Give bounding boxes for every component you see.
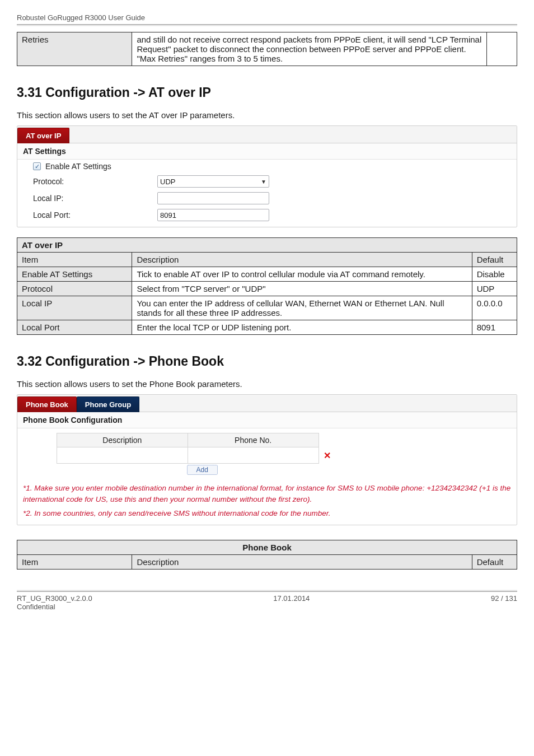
at-over-ip-table: AT over IP Item Description Default Enab… — [17, 237, 517, 335]
col-default: Default — [472, 554, 517, 569]
cell-default: 8091 — [472, 320, 517, 335]
tab-at-over-ip[interactable]: AT over IP — [17, 128, 69, 143]
footer-page: 92 / 131 — [491, 594, 517, 611]
note-1: *1. Make sure you enter mobile destinati… — [23, 483, 511, 505]
local-ip-input[interactable] — [157, 192, 269, 204]
cell-desc: Enter the local TCP or UDP listening por… — [132, 320, 472, 335]
form-row-protocol: Protocol: UDP ▼ — [17, 173, 517, 190]
retries-continuation-table: Retries and still do not receive correct… — [17, 32, 517, 66]
at-over-ip-intro: This section allows users to set the AT … — [17, 110, 517, 120]
close-icon: ✕ — [324, 451, 331, 460]
cell-default: Disable — [472, 267, 517, 282]
notes: *1. Make sure you enter mobile destinati… — [17, 479, 517, 525]
section-heading-phone-book: 3.32 Configuration -> Phone Book — [17, 354, 517, 369]
table-row: Protocol Select from "TCP server" or "UD… — [17, 282, 517, 296]
col-desc: Description — [132, 253, 472, 267]
col-default: Default — [472, 253, 517, 267]
chevron-down-icon: ▼ — [261, 179, 266, 185]
cell-desc: Tick to enable AT over IP to control cel… — [132, 267, 472, 282]
tab-label: AT over IP — [26, 132, 61, 140]
footer-rule — [17, 590, 517, 592]
col-item: Item — [17, 253, 132, 267]
table-title-row: AT over IP — [17, 238, 517, 253]
col-desc: Description — [132, 554, 472, 569]
local-port-input[interactable]: 8091 — [157, 209, 269, 221]
doc-header: Robustel GoRugged R3000 User Guide — [17, 13, 517, 24]
group-heading: Phone Book Configuration — [17, 412, 517, 428]
cell-desc: Select from "TCP server" or "UDP" — [132, 282, 472, 296]
phone-book-panel: Phone Book Phone Group Phone Book Config… — [17, 394, 517, 525]
cell-default: UDP — [472, 282, 517, 296]
header-rule — [17, 24, 517, 26]
table-header-row: Item Description Default — [17, 253, 517, 267]
tab-phone-group[interactable]: Phone Group — [77, 396, 139, 412]
cell-item: Local IP — [17, 296, 132, 320]
table-header-row: Item Description Default — [17, 554, 517, 569]
retries-desc-cell: and still do not receive correct respond… — [132, 32, 487, 66]
form-row-local-ip: Local IP: — [17, 190, 517, 207]
tab-strip: AT over IP — [17, 126, 517, 143]
form-row-enable: ✓ Enable AT Settings — [17, 160, 517, 173]
at-over-ip-panel: AT over IP AT Settings ✓ Enable AT Setti… — [17, 125, 517, 227]
cell-default: 0.0.0.0 — [472, 296, 517, 320]
panel-body: Phone Book Configuration Description Pho… — [17, 412, 517, 525]
protocol-select[interactable]: UDP ▼ — [157, 175, 269, 188]
table-row: Local Port Enter the local TCP or UDP li… — [17, 320, 517, 335]
col-item: Item — [17, 554, 132, 569]
protocol-label: Protocol: — [33, 177, 151, 186]
description-input-cell[interactable] — [57, 447, 188, 464]
table-row: Local IP You can enter the IP address of… — [17, 296, 517, 320]
footer-date: 17.01.2014 — [273, 594, 310, 611]
col-description: Description — [57, 433, 188, 447]
table-title-row: Phone Book — [17, 540, 517, 554]
cell-item: Protocol — [17, 282, 132, 296]
form-row-local-port: Local Port: 8091 — [17, 207, 517, 227]
cell-item: Enable AT Settings — [17, 267, 132, 282]
check-icon: ✓ — [33, 162, 41, 170]
tab-label: Phone Group — [85, 400, 131, 409]
enable-at-settings-checkbox[interactable]: ✓ Enable AT Settings — [33, 162, 111, 171]
add-row: Add — [57, 464, 348, 478]
footer-left: RT_UG_R3000_v.2.0.0 Confidential — [17, 594, 92, 611]
add-button-label: Add — [196, 466, 208, 474]
delete-row-button[interactable]: ✕ — [324, 451, 331, 460]
input-value: 8091 — [160, 211, 176, 220]
footer-confidential: Confidential — [17, 603, 92, 611]
retries-default-cell — [487, 32, 517, 66]
table-row: ✕ — [57, 447, 348, 464]
local-ip-label: Local IP: — [33, 194, 151, 203]
col-phone-no: Phone No. — [188, 433, 318, 447]
retries-item-cell: Retries — [17, 32, 132, 66]
cell-item: Local Port — [17, 320, 132, 335]
group-heading: AT Settings — [17, 143, 517, 160]
note-2: *2. In some countries, only can send/rec… — [23, 508, 511, 519]
table-title: Phone Book — [17, 540, 517, 554]
checkbox-label: Enable AT Settings — [45, 162, 111, 171]
select-value: UDP — [160, 178, 175, 186]
footer: RT_UG_R3000_v.2.0.0 Confidential 17.01.2… — [17, 594, 517, 622]
phone-book-table: Phone Book Item Description Default — [17, 540, 517, 570]
tab-phone-book[interactable]: Phone Book — [17, 396, 77, 412]
cell-desc: You can enter the IP address of cellular… — [132, 296, 472, 320]
add-button[interactable]: Add — [187, 465, 218, 475]
tab-strip: Phone Book Phone Group — [17, 395, 517, 412]
phone-book-config-table: Description Phone No. ✕ — [57, 433, 348, 477]
phone-book-intro: This section allows users to set the Pho… — [17, 379, 517, 389]
table-title: AT over IP — [17, 238, 517, 253]
footer-doc-id: RT_UG_R3000_v.2.0.0 — [17, 594, 92, 603]
section-heading-at-over-ip: 3.31 Configuration -> AT over IP — [17, 85, 517, 100]
local-port-label: Local Port: — [33, 211, 151, 220]
phone-no-input-cell[interactable] — [188, 447, 318, 464]
table-header-row: Description Phone No. — [57, 433, 348, 447]
table-row: Enable AT Settings Tick to enable AT ove… — [17, 267, 517, 282]
panel-body: AT Settings ✓ Enable AT Settings Protoco… — [17, 143, 517, 227]
tab-label: Phone Book — [26, 400, 68, 409]
table-row: Retries and still do not receive correct… — [17, 32, 517, 66]
